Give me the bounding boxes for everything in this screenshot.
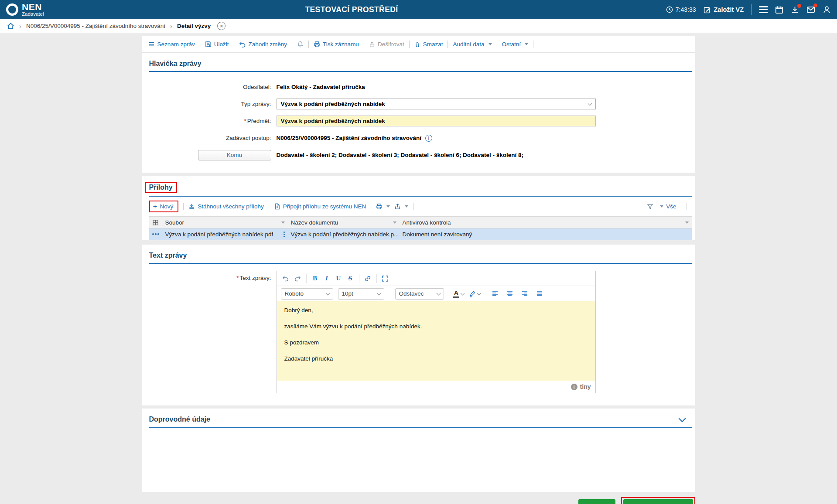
- komu-button[interactable]: Komu: [198, 150, 271, 160]
- align-center-button[interactable]: [504, 288, 516, 300]
- separator: [269, 203, 269, 210]
- underline-button[interactable]: U: [333, 272, 345, 284]
- attachment-filename: Výzva k podání předběžných nabídek.pdf: [165, 231, 273, 238]
- tiny-logo-text: tiny: [580, 383, 591, 390]
- panel-message-header: Seznam zpráv Uložit Zahodit změny Tisk z…: [142, 36, 695, 173]
- filter-chevron-icon: [393, 221, 396, 224]
- editor-paragraph: Zadavatel příručka: [284, 355, 588, 362]
- predmet-input[interactable]: [277, 116, 596, 126]
- toolbar-tisk-zaznamu[interactable]: Tisk záznamu: [314, 41, 359, 48]
- font-family-select[interactable]: Roboto: [281, 288, 333, 300]
- italic-button[interactable]: I: [321, 272, 333, 284]
- toolbar-smazat[interactable]: Smazat: [414, 41, 443, 48]
- strike-glyph: S: [348, 275, 352, 282]
- chevron-down-icon: [525, 43, 528, 45]
- accompanying-empty-area: [142, 428, 695, 492]
- chevron-down-icon: [461, 291, 465, 295]
- create-vz-button[interactable]: Založit VZ: [704, 6, 744, 14]
- cell-antivir: Dokument není zavirovaný: [400, 231, 692, 238]
- mail-icon[interactable]: [806, 5, 815, 14]
- undo-icon: [239, 41, 246, 48]
- font-size-select[interactable]: 10pt: [338, 288, 384, 300]
- text-color-button[interactable]: A: [453, 289, 465, 298]
- link-button[interactable]: [362, 272, 374, 284]
- strikethrough-button[interactable]: S: [345, 272, 356, 284]
- chevron-down-icon: [376, 291, 381, 295]
- kebab-menu-icon[interactable]: [284, 234, 285, 235]
- editor-paragraph: Dobrý den,: [284, 307, 588, 313]
- undo-icon[interactable]: [280, 272, 292, 284]
- filter-chevron-icon: [685, 221, 689, 224]
- share-attachments-button[interactable]: [394, 203, 408, 210]
- breadcrumb-separator: [19, 22, 21, 30]
- toolbar-notifications[interactable]: [297, 41, 304, 48]
- column-header-nazev[interactable]: Název dokumentu: [288, 217, 400, 228]
- row-actions[interactable]: [149, 233, 162, 235]
- message-header-form: Odesílatel: Felix Okátý - Zadavatel přír…: [142, 72, 695, 173]
- editor-paragraph: zasíláme Vám výzvu k podání předběžných …: [284, 323, 588, 330]
- nen-logo[interactable]: NEN Zadavatel: [6, 2, 44, 17]
- chevron-down-icon: [588, 101, 592, 106]
- fullscreen-button[interactable]: [379, 272, 391, 284]
- font-family-value: Roboto: [285, 290, 304, 297]
- zadavaci-postup-value: N006/25/V00004995 - Zajištění závodního …: [277, 135, 421, 141]
- highlight-color-button[interactable]: [469, 290, 481, 297]
- block-format-select[interactable]: Odstavec: [395, 288, 444, 300]
- toolbar-label: Tisk záznamu: [323, 41, 359, 48]
- separator: [292, 41, 292, 48]
- column-header-soubor[interactable]: Soubor: [162, 217, 288, 228]
- user-icon[interactable]: [823, 6, 831, 14]
- collapse-chevron-icon[interactable]: [678, 415, 686, 422]
- download-all-attachments-button[interactable]: Stáhnout všechny přílohy: [188, 203, 264, 210]
- nen-logo-icon: [6, 3, 18, 16]
- info-icon[interactable]: [425, 135, 432, 142]
- align-left-button[interactable]: [489, 288, 501, 300]
- download-icon[interactable]: [791, 6, 799, 14]
- field-label: *Text zprávy:: [142, 271, 277, 281]
- typ-zpravy-value: Výzva k podání předběžných nabídek: [281, 101, 385, 107]
- align-left-glyph: [492, 290, 499, 297]
- toolbar-ulozit[interactable]: Uložit: [205, 41, 229, 48]
- chevron-down-icon: [660, 205, 663, 208]
- plus-icon: +: [153, 203, 157, 210]
- send-button[interactable]: Odeslat: [578, 499, 616, 504]
- view-all-dropdown[interactable]: Vše: [659, 203, 676, 210]
- menu-icon[interactable]: [759, 6, 768, 14]
- typ-zpravy-select[interactable]: Výzva k podání předběžných nabídek: [277, 99, 596, 109]
- calendar-icon[interactable]: [775, 6, 783, 14]
- align-right-button[interactable]: [519, 288, 530, 300]
- toolbar-ostatni[interactable]: Ostatní: [502, 41, 529, 48]
- separator: [306, 274, 307, 283]
- toolbar-seznam-zprav[interactable]: Seznam zpráv: [148, 41, 195, 48]
- breadcrumb-procedure[interactable]: N006/25/V00004995 - Zajištění závodního …: [26, 23, 165, 29]
- form-row-odesilatel: Odesílatel: Felix Okátý - Zadavatel přír…: [142, 80, 695, 94]
- align-justify-button[interactable]: [533, 288, 545, 300]
- close-icon[interactable]: [217, 22, 225, 30]
- sign-and-send-button[interactable]: Podepsat a odeslat: [623, 499, 693, 504]
- table-header-row: Soubor Název dokumentu Antivirová kontro…: [149, 217, 692, 228]
- toolbar-zahodit-zmeny[interactable]: Zahodit změny: [239, 41, 287, 48]
- align-justify-glyph: [536, 290, 543, 297]
- new-attachment-button[interactable]: + Nový: [149, 201, 179, 212]
- column-header-antivir[interactable]: Antivirová kontrola: [400, 217, 692, 228]
- column-settings-header[interactable]: [149, 217, 162, 228]
- print-icon: [314, 41, 320, 48]
- home-icon[interactable]: [7, 22, 14, 30]
- separator: [364, 41, 364, 48]
- filter-icon[interactable]: [647, 203, 653, 210]
- print-attachments-button[interactable]: [376, 203, 390, 210]
- table-row[interactable]: Výzva k podání předběžných nabídek.pdf V…: [149, 228, 692, 240]
- editor-content-area[interactable]: Dobrý den, zasíláme Vám výzvu k podání p…: [277, 301, 595, 381]
- komu-recipients: Dodavatel - školení 2; Dodavatel - škole…: [277, 152, 523, 158]
- field-label: Typ zprávy:: [142, 101, 277, 107]
- toolbar-auditni-data[interactable]: Auditní data: [453, 41, 492, 48]
- attach-from-nen-button[interactable]: Připojit přílohu ze systému NEN: [274, 203, 366, 210]
- breadcrumb-current: Detail výzvy: [177, 23, 211, 29]
- redo-icon[interactable]: [292, 272, 304, 284]
- unlock-icon: [369, 41, 375, 48]
- separator: [308, 41, 309, 48]
- delete-icon: [414, 41, 420, 48]
- separator: [533, 41, 533, 48]
- panel-attachments: Přílohy + Nový Stáhnout všechny přílohy …: [142, 176, 695, 240]
- bold-button[interactable]: B: [309, 272, 321, 284]
